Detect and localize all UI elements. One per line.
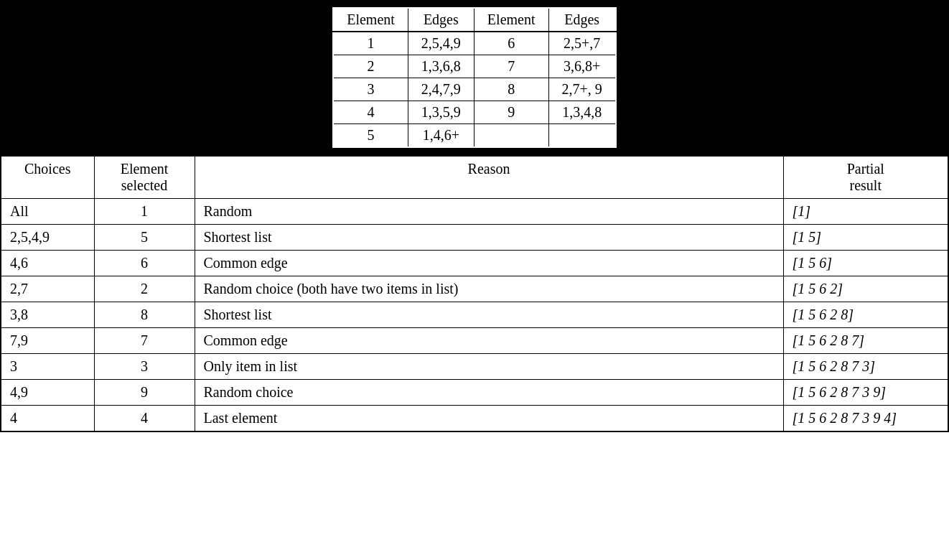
col-header-edges1: Edges xyxy=(408,8,474,32)
reason-cell: Common edge xyxy=(195,328,783,354)
choices-cell: 2,5,4,9 xyxy=(1,225,94,251)
choices-cell: 4,9 xyxy=(1,380,94,406)
list-item: 7,97Common edge[1 5 6 2 8 7] xyxy=(1,328,948,354)
col-header-edges2: Edges xyxy=(548,8,616,32)
col-header-element2: Element xyxy=(474,8,548,32)
partial-result-cell: [1] xyxy=(783,199,948,225)
partial-result-cell: [1 5 6 2] xyxy=(783,276,948,302)
header-reason: Reason xyxy=(195,156,783,199)
partial-result-cell: [1 5 6] xyxy=(783,251,948,276)
bottom-section: Choices Elementselected Reason Partialre… xyxy=(0,155,949,560)
reason-cell: Common edge xyxy=(195,251,783,276)
table-cell xyxy=(548,124,616,148)
choices-cell: 3 xyxy=(1,354,94,380)
choices-cell: 3,8 xyxy=(1,302,94,328)
partial-result-cell: [1 5 6 2 8 7 3 9 4] xyxy=(783,406,948,432)
element-cell: 5 xyxy=(94,225,195,251)
choices-cell: 2,7 xyxy=(1,276,94,302)
table-cell: 1,3,5,9 xyxy=(408,101,474,124)
choices-cell: 4 xyxy=(1,406,94,432)
reason-cell: Shortest list xyxy=(195,225,783,251)
element-cell: 7 xyxy=(94,328,195,354)
element-cell: 2 xyxy=(94,276,195,302)
table-row: 12,5,4,962,5+,7 xyxy=(333,32,616,55)
table-cell: 2 xyxy=(333,55,408,78)
top-section: Element Edges Element Edges 12,5,4,962,5… xyxy=(0,0,949,155)
table-cell xyxy=(474,124,548,148)
table-cell: 2,4,7,9 xyxy=(408,78,474,101)
element-cell: 3 xyxy=(94,354,195,380)
reason-cell: Random choice xyxy=(195,380,783,406)
table-cell: 7 xyxy=(474,55,548,78)
list-item: 2,72Random choice (both have two items i… xyxy=(1,276,948,302)
table-cell: 6 xyxy=(474,32,548,55)
list-item: 2,5,4,95Shortest list[1 5] xyxy=(1,225,948,251)
table-cell: 2,7+, 9 xyxy=(548,78,616,101)
element-cell: 8 xyxy=(94,302,195,328)
reason-cell: Shortest list xyxy=(195,302,783,328)
list-item: 33Only item in list[1 5 6 2 8 7 3] xyxy=(1,354,948,380)
col-header-element1: Element xyxy=(333,8,408,32)
choices-table: Choices Elementselected Reason Partialre… xyxy=(0,155,949,432)
table-cell: 1,3,6,8 xyxy=(408,55,474,78)
table-cell: 2,5,4,9 xyxy=(408,32,474,55)
element-cell: 1 xyxy=(94,199,195,225)
choices-cell: All xyxy=(1,199,94,225)
header-choices: Choices xyxy=(1,156,94,199)
list-item: 4,99Random choice[1 5 6 2 8 7 3 9] xyxy=(1,380,948,406)
reason-cell: Last element xyxy=(195,406,783,432)
element-cell: 4 xyxy=(94,406,195,432)
reason-cell: Random choice (both have two items in li… xyxy=(195,276,783,302)
table-cell: 2,5+,7 xyxy=(548,32,616,55)
partial-result-cell: [1 5 6 2 8 7] xyxy=(783,328,948,354)
list-item: 3,88Shortest list[1 5 6 2 8] xyxy=(1,302,948,328)
adjacency-table: Element Edges Element Edges 12,5,4,962,5… xyxy=(332,7,617,148)
header-partial: Partialresult xyxy=(783,156,948,199)
table-cell: 1,3,4,8 xyxy=(548,101,616,124)
table-cell: 3 xyxy=(333,78,408,101)
reason-cell: Only item in list xyxy=(195,354,783,380)
reason-cell: Random xyxy=(195,199,783,225)
list-item: 4,66Common edge[1 5 6] xyxy=(1,251,948,276)
table-cell: 1,4,6+ xyxy=(408,124,474,148)
partial-result-cell: [1 5 6 2 8 7 3 9] xyxy=(783,380,948,406)
table-cell: 9 xyxy=(474,101,548,124)
partial-result-cell: [1 5 6 2 8] xyxy=(783,302,948,328)
element-cell: 9 xyxy=(94,380,195,406)
partial-result-cell: [1 5 6 2 8 7 3] xyxy=(783,354,948,380)
table-cell: 3,6,8+ xyxy=(548,55,616,78)
table-cell: 8 xyxy=(474,78,548,101)
table-cell: 5 xyxy=(333,124,408,148)
partial-result-cell: [1 5] xyxy=(783,225,948,251)
list-item: All1Random[1] xyxy=(1,199,948,225)
header-element: Elementselected xyxy=(94,156,195,199)
table-row: 32,4,7,982,7+, 9 xyxy=(333,78,616,101)
table-row: 21,3,6,873,6,8+ xyxy=(333,55,616,78)
table-cell: 1 xyxy=(333,32,408,55)
table-row: 51,4,6+ xyxy=(333,124,616,148)
choices-cell: 4,6 xyxy=(1,251,94,276)
table-row: 41,3,5,991,3,4,8 xyxy=(333,101,616,124)
element-cell: 6 xyxy=(94,251,195,276)
list-item: 44Last element[1 5 6 2 8 7 3 9 4] xyxy=(1,406,948,432)
choices-cell: 7,9 xyxy=(1,328,94,354)
table-cell: 4 xyxy=(333,101,408,124)
